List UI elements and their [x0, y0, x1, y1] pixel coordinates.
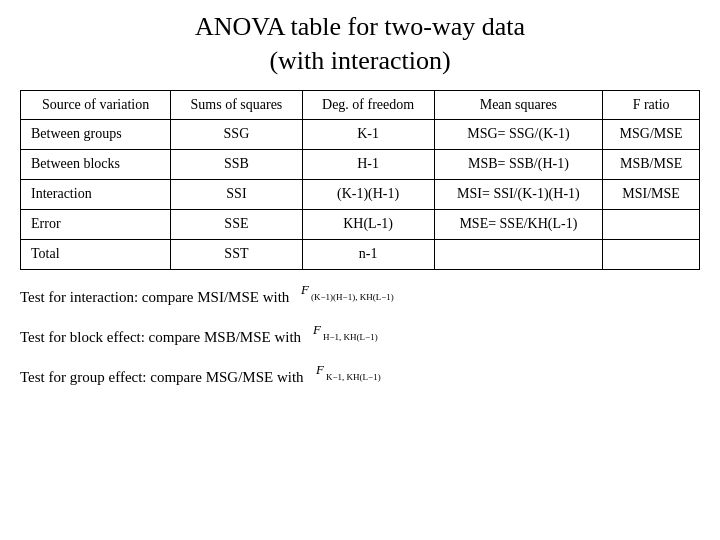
formula2: F H−1, KH(L−1)	[311, 320, 401, 356]
footer-line1: Test for interaction: compare MSI/MSE wi…	[20, 280, 700, 316]
cell-r4-c0: Total	[21, 240, 171, 270]
table-row: InteractionSSI(K-1)(H-1)MSI= SSI/(K-1)(H…	[21, 180, 700, 210]
header-f: F ratio	[603, 90, 700, 120]
cell-r4-c1: SST	[171, 240, 302, 270]
footer-text2: Test for block effect: compare MSB/MSE w…	[20, 329, 301, 346]
cell-r1-c3: MSB= SSB/(H-1)	[434, 150, 603, 180]
page: ANOVA table for two-way data (with inter…	[0, 0, 720, 540]
cell-r3-c4	[603, 210, 700, 240]
cell-r4-c2: n-1	[302, 240, 434, 270]
cell-r1-c2: H-1	[302, 150, 434, 180]
cell-r0-c2: K-1	[302, 120, 434, 150]
cell-r3-c0: Error	[21, 210, 171, 240]
formula1: F (K−1)(H−1), KH(L−1)	[299, 280, 409, 316]
header-ss: Sums of squares	[171, 90, 302, 120]
title-line2: (with interaction)	[269, 46, 450, 75]
table-row: ErrorSSEKH(L-1)MSE= SSE/KH(L-1)	[21, 210, 700, 240]
cell-r2-c2: (K-1)(H-1)	[302, 180, 434, 210]
cell-r4-c3	[434, 240, 603, 270]
table-row: Between blocksSSBH-1MSB= SSB/(H-1)MSB/MS…	[21, 150, 700, 180]
page-title: ANOVA table for two-way data (with inter…	[20, 10, 700, 78]
cell-r2-c1: SSI	[171, 180, 302, 210]
table-header-row: Source of variation Sums of squares Deg.…	[21, 90, 700, 120]
cell-r0-c4: MSG/MSE	[603, 120, 700, 150]
header-ms: Mean squares	[434, 90, 603, 120]
cell-r2-c4: MSI/MSE	[603, 180, 700, 210]
table-row: TotalSSTn-1	[21, 240, 700, 270]
svg-text:(K−1)(H−1), KH(L−1): (K−1)(H−1), KH(L−1)	[311, 292, 394, 302]
svg-text:F: F	[315, 362, 325, 377]
svg-text:H−1, KH(L−1): H−1, KH(L−1)	[323, 332, 378, 342]
header-df: Deg. of freedom	[302, 90, 434, 120]
footer-line3: Test for group effect: compare MSG/MSE w…	[20, 360, 700, 396]
cell-r2-c3: MSI= SSI/(K-1)(H-1)	[434, 180, 603, 210]
formula3: F K−1, KH(L−1)	[314, 360, 404, 396]
header-source: Source of variation	[21, 90, 171, 120]
table-row: Between groupsSSGK-1MSG= SSG/(K-1)MSG/MS…	[21, 120, 700, 150]
cell-r3-c1: SSE	[171, 210, 302, 240]
svg-text:K−1, KH(L−1): K−1, KH(L−1)	[326, 372, 381, 382]
cell-r1-c1: SSB	[171, 150, 302, 180]
footer-text3: Test for group effect: compare MSG/MSE w…	[20, 369, 304, 386]
title-line1: ANOVA table for two-way data	[195, 12, 525, 41]
cell-r4-c4	[603, 240, 700, 270]
cell-r1-c0: Between blocks	[21, 150, 171, 180]
anova-table: Source of variation Sums of squares Deg.…	[20, 90, 700, 270]
cell-r3-c3: MSE= SSE/KH(L-1)	[434, 210, 603, 240]
cell-r3-c2: KH(L-1)	[302, 210, 434, 240]
footer-text1: Test for interaction: compare MSI/MSE wi…	[20, 289, 289, 306]
svg-text:F: F	[312, 322, 322, 337]
cell-r0-c3: MSG= SSG/(K-1)	[434, 120, 603, 150]
footer-line2: Test for block effect: compare MSB/MSE w…	[20, 320, 700, 356]
cell-r0-c0: Between groups	[21, 120, 171, 150]
cell-r1-c4: MSB/MSE	[603, 150, 700, 180]
cell-r2-c0: Interaction	[21, 180, 171, 210]
cell-r0-c1: SSG	[171, 120, 302, 150]
svg-text:F: F	[300, 282, 310, 297]
